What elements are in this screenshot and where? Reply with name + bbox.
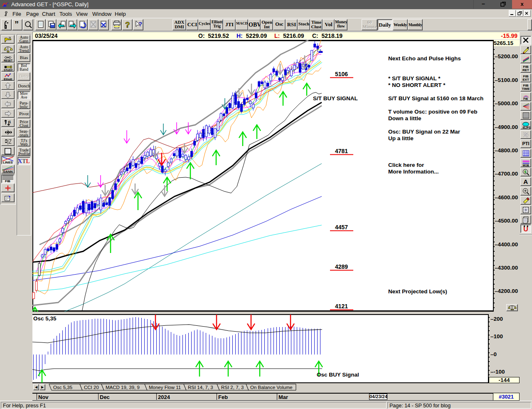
svg-text:Next Projected Low(s): Next Projected Low(s) [388, 288, 447, 295]
svg-text:4289: 4289 [335, 263, 348, 270]
svg-text:FIB: FIB [523, 97, 528, 100]
svg-text:S/T BUY Signal at 5160 on 18 M: S/T BUY Signal at 5160 on 18 March [388, 95, 483, 102]
svg-text:1: 1 [9, 120, 11, 124]
svg-text:4781: 4781 [335, 148, 348, 154]
svg-text:RSI 2, 7, 3: RSI 2, 7, 3 [221, 385, 244, 390]
svg-text:More Information...: More Information... [388, 169, 439, 175]
svg-text:Osc BUY Signal: Osc BUY Signal [317, 372, 359, 378]
svg-text:Money Flow 11: Money Flow 11 [149, 385, 181, 390]
svg-text:MACD 19, 39, 9: MACD 19, 39, 9 [106, 385, 140, 390]
svg-text:* S/T BUY SIGNAL *: * S/T BUY SIGNAL * [388, 75, 441, 82]
svg-text:$: $ [524, 170, 527, 174]
svg-text:On Balance Volume: On Balance Volume [250, 385, 293, 390]
svg-text:S/T BUY SIGNAL: S/T BUY SIGNAL [313, 95, 358, 102]
svg-text:Osc 5,35: Osc 5,35 [53, 385, 72, 390]
svg-text:Down a little: Down a little [388, 115, 421, 121]
svg-text:Click here for: Click here for [388, 162, 424, 168]
svg-text:STUDY: STUDY [4, 69, 13, 72]
svg-text:Next Echo and Pulse Highs: Next Echo and Pulse Highs [388, 55, 461, 62]
svg-text:4121: 4121 [335, 303, 348, 310]
svg-text:1: 1 [5, 120, 7, 124]
svg-text:?: ? [125, 20, 130, 29]
svg-text:4457: 4457 [335, 224, 348, 231]
svg-text:GANN: GANN [3, 170, 13, 173]
svg-text:RSI 14, 7, 3: RSI 14, 7, 3 [188, 385, 213, 390]
svg-text:* NO SHORT ALERT *: * NO SHORT ALERT * [388, 82, 446, 88]
svg-text:LINES: LINES [3, 161, 13, 164]
svg-text:?: ? [138, 20, 142, 27]
svg-text:Osc: BUY Signal on 22 Mar: Osc: BUY Signal on 22 Mar [388, 129, 461, 135]
svg-text:FIB: FIB [5, 179, 10, 183]
svg-text:MOB: MOB [522, 164, 529, 167]
svg-text:ELIPS: ELIPS [522, 126, 530, 129]
svg-text:Up a little: Up a little [388, 135, 414, 141]
svg-text:RESET: RESET [4, 59, 12, 62]
svg-text:CCI 20: CCI 20 [84, 385, 99, 390]
svg-text:Elliott: Elliott [4, 77, 12, 81]
svg-text:A: A [523, 178, 528, 185]
svg-text:5106: 5106 [335, 71, 348, 77]
svg-text:”: ” [15, 20, 20, 29]
svg-text:T volume Osc: positive on 09 F: T volume Osc: positive on 09 Feb [388, 109, 478, 115]
svg-text:Osc 5,35: Osc 5,35 [33, 315, 57, 322]
